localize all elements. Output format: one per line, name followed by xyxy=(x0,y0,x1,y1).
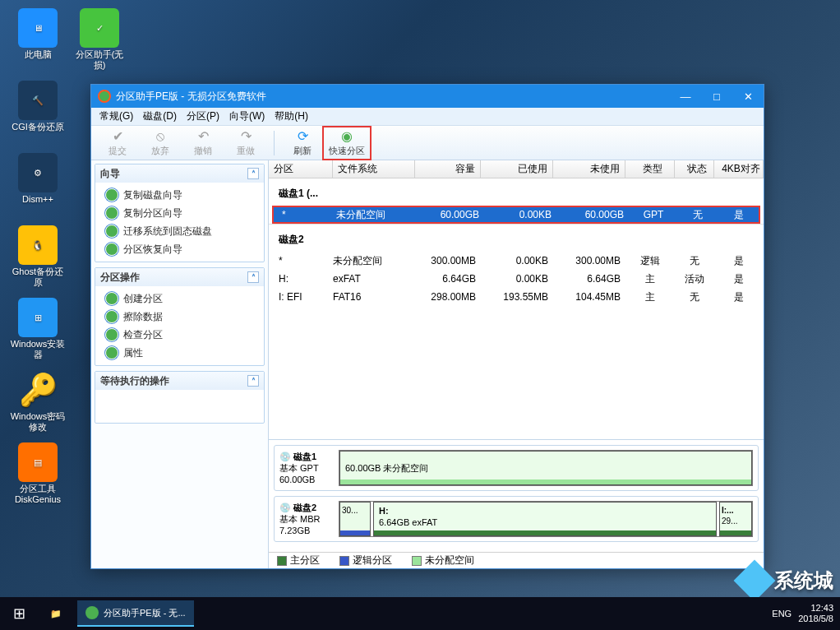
task-app-icon xyxy=(85,606,99,619)
hammer-icon: 🔨 xyxy=(18,81,58,120)
tray-clock[interactable]: 12:43 2018/5/8 xyxy=(798,603,833,624)
collapse-icon[interactable]: ˄ xyxy=(247,168,259,179)
panel-pending-header[interactable]: 等待执行的操作 ˄ xyxy=(95,372,264,390)
legend-logical-icon xyxy=(339,556,349,566)
panel-pending: 等待执行的操作 ˄ xyxy=(95,371,265,424)
desktop-icons: 🖥 此电脑 ✓ 分区助手(无损) 🔨 CGI备份还原 ⚙ Dism++ 🐧 Gh… xyxy=(8,8,74,515)
col-status[interactable]: 状态 xyxy=(675,160,714,178)
menu-help[interactable]: 帮助(H) xyxy=(270,108,313,125)
wizard-recover-partition[interactable]: 分区恢复向导 xyxy=(95,240,264,258)
desktop-icon-ghost[interactable]: 🐧 Ghost备份还原 xyxy=(8,225,67,293)
legend-primary-icon xyxy=(277,556,287,566)
wizard-icon xyxy=(105,243,118,256)
quick-partition-button[interactable]: ◉ 快速分区 xyxy=(325,127,368,159)
panel-ops: 分区操作 ˄ 创建分区 擦除数据 检查分区 属性 xyxy=(95,267,265,366)
menu-partition[interactable]: 分区(P) xyxy=(182,108,224,125)
col-used[interactable]: 已使用 xyxy=(481,160,553,178)
desktop-icon-win-installer[interactable]: ⊞ Windows安装器 xyxy=(8,298,67,365)
table-row[interactable]: H: exFAT 6.64GB 0.00KB 6.64GB 主 活动 是 xyxy=(269,270,764,288)
col-type[interactable]: 类型 xyxy=(625,160,675,178)
op-properties[interactable]: 属性 xyxy=(95,344,264,362)
menu-disk[interactable]: 磁盘(D) xyxy=(138,108,182,125)
table-row[interactable]: I: EFI FAT16 298.00MB 193.55MB 104.45MB … xyxy=(269,288,764,306)
redo-icon: ↷ xyxy=(241,128,252,144)
disk-icon: ▤ xyxy=(18,442,58,482)
wizard-copy-partition[interactable]: 复制分区向导 xyxy=(95,204,264,222)
op-check-partition[interactable]: 检查分区 xyxy=(95,326,264,344)
desktop-icon-win-password[interactable]: 🔑 Windows密码修改 xyxy=(8,370,67,438)
monitor-icon: 🖥 xyxy=(18,8,58,48)
collapse-icon[interactable]: ˄ xyxy=(247,271,259,283)
col-free[interactable]: 未使用 xyxy=(553,160,625,178)
quick-partition-highlight: ◉ 快速分区 xyxy=(322,126,372,160)
disk1-header[interactable]: 磁盘1 (... xyxy=(269,178,764,206)
close-button[interactable]: ✕ xyxy=(732,85,764,108)
desktop-icon-diskgenius[interactable]: ▤ 分区工具DiskGenius xyxy=(8,442,67,510)
col-partition[interactable]: 分区 xyxy=(269,160,333,178)
legend-unallocated-icon xyxy=(412,556,422,566)
gear-icon: ⚙ xyxy=(18,153,58,192)
app-window: 分区助手PE版 - 无损分区免费软件 — □ ✕ 常规(G) 磁盘(D) 分区(… xyxy=(90,84,764,569)
redo-button[interactable]: ↷ 重做 xyxy=(224,127,267,159)
panel-ops-header[interactable]: 分区操作 ˄ xyxy=(95,268,264,286)
table-row[interactable]: * 未分配空间 60.00GB 0.00KB 60.00GB GPT 无 是 xyxy=(272,206,760,224)
watermark: 系统城 xyxy=(740,566,833,595)
key-icon: 🔑 xyxy=(18,370,58,410)
toolbar-separator xyxy=(274,131,275,155)
panel-wizard-header[interactable]: 向导 ˄ xyxy=(95,164,264,183)
disk-map-1[interactable]: 💿 磁盘1 基本 GPT 60.00GB 60.00GB 未分配空间 xyxy=(274,445,759,491)
op-icon xyxy=(105,292,118,305)
commit-button[interactable]: ✔ 提交 xyxy=(96,127,139,159)
discard-button[interactable]: ⦸ 放弃 xyxy=(139,127,182,159)
app-icon xyxy=(98,90,111,103)
main-content: 分区 文件系统 容量 已使用 未使用 类型 状态 4KB对齐 磁盘1 (... … xyxy=(269,160,764,568)
wizard-icon xyxy=(105,188,118,202)
sidebar: 向导 ˄ 复制磁盘向导 复制分区向导 迁移系统到固态磁盘 分区恢复向导 分区操作… xyxy=(91,160,269,568)
maximize-button[interactable]: □ xyxy=(701,85,732,108)
segment-i[interactable]: I:... 29... xyxy=(719,502,752,536)
wizard-copy-disk[interactable]: 复制磁盘向导 xyxy=(95,186,264,204)
minimize-button[interactable]: — xyxy=(670,85,701,108)
desktop-icon-cgi[interactable]: 🔨 CGI备份还原 xyxy=(8,81,67,148)
undo-icon: ↶ xyxy=(198,128,209,144)
stop-icon: ⦸ xyxy=(156,129,164,144)
menu-wizard[interactable]: 向导(W) xyxy=(224,108,270,125)
penguin-icon: 🐧 xyxy=(18,225,58,265)
segment-h[interactable]: H: 6.64GB exFAT xyxy=(373,502,717,536)
desktop-icon-dism[interactable]: ⚙ Dism++ xyxy=(8,153,67,220)
segment-logical[interactable]: 30... xyxy=(339,502,371,536)
taskbar-explorer[interactable]: 📁 xyxy=(38,597,74,630)
segment-unallocated[interactable]: 60.00GB 未分配空间 xyxy=(339,451,752,485)
check-icon: ✔ xyxy=(113,128,123,144)
col-capacity[interactable]: 容量 xyxy=(415,160,481,178)
wizard-migrate-ssd[interactable]: 迁移系统到固态磁盘 xyxy=(95,222,264,240)
op-create-partition[interactable]: 创建分区 xyxy=(95,290,264,308)
desktop-icon-partition-assistant[interactable]: ✓ 分区助手(无损) xyxy=(70,8,129,76)
collapse-icon[interactable]: ˄ xyxy=(247,375,259,387)
disk-map-2[interactable]: 💿 磁盘2 基本 MBR 7.23GB 30... H: 6.64GB ex xyxy=(274,496,759,542)
col-filesystem[interactable]: 文件系统 xyxy=(333,160,415,178)
op-wipe-data[interactable]: 擦除数据 xyxy=(95,308,264,326)
start-button[interactable]: ⊞ xyxy=(0,597,38,630)
op-icon xyxy=(105,310,118,323)
disk-maps: 💿 磁盘1 基本 GPT 60.00GB 60.00GB 未分配空间 💿 磁盘2 xyxy=(269,439,764,552)
partition-list-header: 分区 文件系统 容量 已使用 未使用 类型 状态 4KB对齐 xyxy=(269,160,764,178)
watermark-logo-icon xyxy=(734,560,776,602)
refresh-button[interactable]: ⟳ 刷新 xyxy=(281,127,324,159)
panel-wizard: 向导 ˄ 复制磁盘向导 复制分区向导 迁移系统到固态磁盘 分区恢复向导 xyxy=(95,164,265,262)
undo-button[interactable]: ↶ 撤销 xyxy=(182,127,224,159)
menu-general[interactable]: 常规(G) xyxy=(95,108,138,125)
refresh-icon: ⟳ xyxy=(298,128,308,144)
titlebar[interactable]: 分区助手PE版 - 无损分区免费软件 — □ ✕ xyxy=(91,85,764,108)
desktop-icon-this-pc[interactable]: 🖥 此电脑 xyxy=(8,8,67,76)
taskbar-task[interactable]: 分区助手PE版 - 无... xyxy=(77,600,194,627)
wizard-icon xyxy=(105,225,118,238)
disk2-header[interactable]: 磁盘2 xyxy=(269,224,764,252)
op-icon xyxy=(105,346,118,359)
col-4k-align[interactable]: 4KB对齐 xyxy=(714,160,764,178)
quick-partition-icon: ◉ xyxy=(341,128,353,144)
legend: 主分区 逻辑分区 未分配空间 xyxy=(269,552,764,568)
system-tray: ENG 12:43 2018/5/8 xyxy=(772,603,840,624)
table-row[interactable]: * 未分配空间 300.00MB 0.00KB 300.00MB 逻辑 无 是 xyxy=(269,252,764,270)
tray-lang[interactable]: ENG xyxy=(772,609,792,618)
